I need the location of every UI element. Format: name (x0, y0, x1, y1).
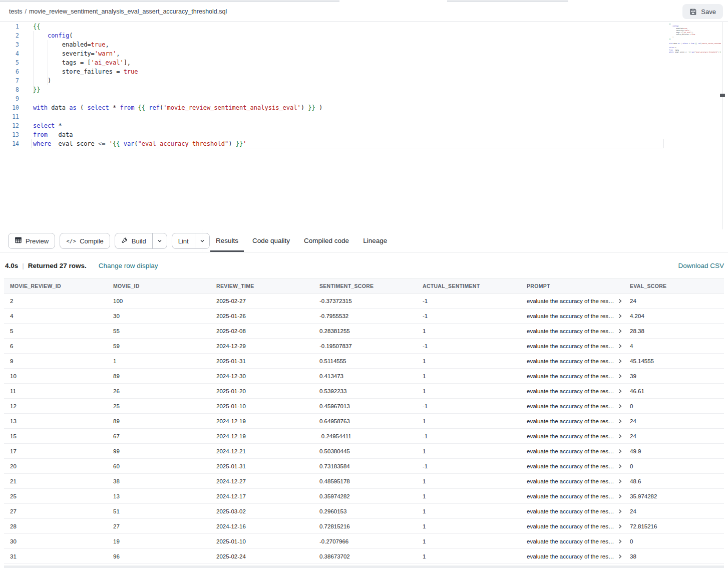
prompt-expand-button[interactable] (617, 539, 622, 544)
prompt-cell: evaluate the accuracy of the res… (521, 433, 624, 439)
prompt-expand-button[interactable] (617, 389, 622, 394)
prompt-expand-button[interactable] (617, 419, 622, 424)
save-icon (689, 8, 697, 16)
prompt-expand-button[interactable] (617, 494, 622, 499)
code-line[interactable]: 5 tags = ['ai_eval'], (0, 58, 728, 67)
table-cell: 17 (4, 448, 107, 454)
download-csv-link[interactable]: Download CSV (678, 252, 724, 278)
expand-chevron-icon (617, 479, 622, 484)
lint-button[interactable]: Lint (172, 233, 210, 249)
preview-button[interactable]: Preview (8, 233, 55, 249)
table-cell: 1 (417, 328, 521, 334)
table-row: 25132024-12-170.359742821evaluate the ac… (4, 489, 724, 504)
eval-score-cell: 49.9 (624, 448, 724, 454)
tab-compiled-code[interactable]: Compiled code (298, 229, 354, 252)
compile-button[interactable]: </> Compile (60, 233, 110, 249)
code-line[interactable]: 4 severity='warn', (0, 49, 728, 58)
table-cell: 9 (4, 358, 107, 364)
prompt-cell: evaluate the accuracy of the res… (521, 523, 624, 529)
column-header: PROMPT (521, 283, 624, 289)
code-line[interactable]: 9 (0, 94, 728, 103)
code-editor[interactable]: 1{{2 config(3 enabled=true,4 severity='w… (0, 22, 728, 229)
minimap[interactable]: {{ config( enabled=true, severity='warn'… (669, 23, 721, 58)
code-line[interactable]: 14where eval_score <= '{{ var("eval_accu… (0, 139, 728, 148)
code-line[interactable]: 10with data as ( select * from {{ ref('m… (0, 103, 728, 112)
expand-chevron-icon (617, 329, 622, 334)
code-line[interactable]: 1{{ (0, 22, 728, 31)
table-cell: 0.2960153 (313, 508, 417, 514)
prompt-expand-button[interactable] (617, 314, 622, 319)
table-hscrollbar-track[interactable] (4, 565, 724, 568)
prompt-cell: evaluate the accuracy of the res… (521, 493, 624, 499)
prompt-cell: evaluate the accuracy of the res… (521, 403, 624, 409)
eval-score-cell: 48.6 (624, 478, 724, 484)
expand-chevron-icon (617, 449, 622, 454)
build-dropdown-toggle[interactable] (152, 233, 167, 248)
table-cell: 30 (107, 313, 210, 319)
code-line[interactable]: 6 store_failures = true (0, 67, 728, 76)
prompt-expand-button[interactable] (617, 299, 622, 304)
prompt-expand-button[interactable] (617, 329, 622, 334)
expand-chevron-icon (617, 344, 622, 349)
line-number: 1 (0, 22, 19, 31)
table-cell: 0.73183584 (313, 463, 417, 469)
prompt-expand-button[interactable] (617, 524, 622, 529)
code-line[interactable]: 8}} (0, 85, 728, 94)
code-line[interactable]: 2 config( (0, 31, 728, 40)
prompt-expand-button[interactable] (617, 464, 622, 469)
eval-score-cell: 0 (624, 538, 724, 544)
tab-lineage[interactable]: Lineage (357, 229, 393, 252)
prompt-expand-button[interactable] (617, 554, 622, 559)
table-cell: 2025-01-20 (210, 388, 313, 394)
table-cell: 25 (4, 493, 107, 499)
eval-score-cell: 0 (624, 403, 724, 409)
eval-score-cell: 4.204 (624, 313, 724, 319)
prompt-cell: evaluate the accuracy of the res… (521, 388, 624, 394)
line-number: 12 (0, 121, 19, 130)
build-button[interactable]: Build (115, 233, 167, 249)
table-cell: 0.50380445 (313, 448, 417, 454)
table-cell: 1 (417, 448, 521, 454)
preview-button-label: Preview (26, 237, 49, 245)
editor-scrollbar-handle[interactable] (720, 94, 725, 97)
prompt-expand-button[interactable] (617, 344, 622, 349)
code-line[interactable]: 12select * (0, 121, 728, 130)
breadcrumb-root[interactable]: tests (9, 8, 22, 15)
line-number: 2 (0, 31, 19, 40)
table-row: 912025-01-310.51145551evaluate the accur… (4, 354, 724, 369)
table-cell: 25 (107, 403, 210, 409)
save-button[interactable]: Save (682, 4, 723, 19)
table-cell: 0.5392233 (313, 388, 417, 394)
results-toolbar: Preview </> Compile Build (0, 229, 728, 252)
table-cell: 12 (4, 403, 107, 409)
prompt-expand-button[interactable] (617, 374, 622, 379)
code-line[interactable]: 3 enabled=true, (0, 40, 728, 49)
table-cell: 100 (107, 298, 210, 304)
table-cell: 89 (107, 418, 210, 424)
prompt-expand-button[interactable] (617, 404, 622, 409)
prompt-text: evaluate the accuracy of the res… (527, 358, 614, 364)
tab-code-quality[interactable]: Code quality (247, 229, 295, 252)
code-line[interactable]: 7 ) (0, 76, 728, 85)
prompt-expand-button[interactable] (617, 449, 622, 454)
table-row: 20602025-01-310.73183584-1evaluate the a… (4, 459, 724, 474)
code-line[interactable]: 11 (0, 112, 728, 121)
prompt-expand-button[interactable] (617, 479, 622, 484)
table-header-row: MOVIE_REVIEW_IDMOVIE_IDREVIEW_TIMESENTIM… (4, 278, 724, 294)
editor-scrollbar-track (722, 22, 722, 229)
change-row-display-link[interactable]: Change row display (99, 262, 158, 269)
line-number: 6 (0, 67, 19, 76)
prompt-expand-button[interactable] (617, 359, 622, 364)
table-cell: 1 (417, 478, 521, 484)
code-line[interactable]: 13from data (0, 130, 728, 139)
prompt-text: evaluate the accuracy of the res… (527, 328, 614, 334)
table-cell: 2025-01-31 (210, 358, 313, 364)
table-row: 21382024-12-270.485951781evaluate the ac… (4, 474, 724, 489)
prompt-text: evaluate the accuracy of the res… (527, 508, 614, 514)
table-cell: 0.48595178 (313, 478, 417, 484)
prompt-expand-button[interactable] (617, 434, 622, 439)
table-cell: 27 (4, 508, 107, 514)
prompt-expand-button[interactable] (617, 509, 622, 514)
tab-results[interactable]: Results (210, 229, 244, 252)
table-cell: 1 (417, 418, 521, 424)
